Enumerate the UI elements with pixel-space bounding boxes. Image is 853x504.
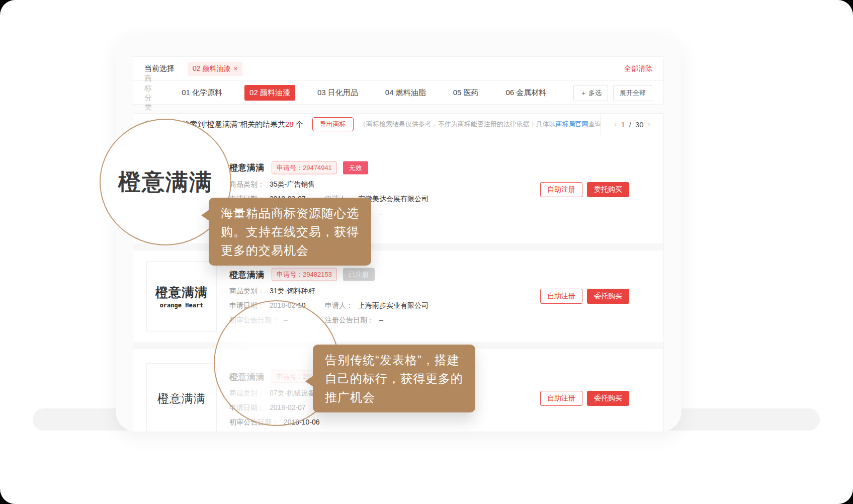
- trademark-image-text: 橙意满满: [155, 284, 208, 301]
- page-background: 当前选择 02 颜料油漆 × 全部清除 商标分类 01 化学原料 02 颜料油漆…: [0, 0, 853, 504]
- tooltip-arrow-icon: [305, 376, 313, 387]
- tooltip-line: 购。支持在线交易，获得: [221, 222, 359, 241]
- category-row: 商标分类 01 化学原料 02 颜料油漆 03 日化用品 04 燃料油脂 05 …: [133, 81, 663, 105]
- results-count: 28: [285, 120, 294, 128]
- tooltip-line: 更多的交易机会: [221, 241, 359, 260]
- trademark-office-link[interactable]: 商标局官网: [556, 120, 588, 128]
- category-row-label: 商标分类: [144, 74, 158, 112]
- trademark-image: 橙意满满 orange Heart: [146, 261, 217, 331]
- category-label: 商品类别：: [229, 180, 265, 189]
- category-item-01[interactable]: 01 化学原料: [177, 85, 227, 101]
- selected-filter-tag[interactable]: 02 颜料油漆 ×: [188, 62, 242, 76]
- applicant-label: 申请人：: [325, 301, 353, 310]
- results-disclaimer: （商标检索结果仅供参考，不作为商标能否注册的法律依据；具体以商标局官网查询为准。…: [360, 120, 601, 129]
- self-register-button[interactable]: 自助注册: [540, 391, 582, 406]
- entrust-purchase-button[interactable]: 委托购买: [587, 182, 629, 197]
- application-number-badge: 申请号：29482153: [272, 268, 337, 281]
- status-badge: 无效: [343, 161, 368, 174]
- multi-select-button[interactable]: ＋ 多选: [573, 85, 608, 101]
- tooltip-line: 自己的标行，获得更多的: [325, 369, 463, 388]
- tooltip-arrow-icon: [201, 210, 209, 221]
- trademark-image: 橙意满满: [146, 363, 217, 432]
- tooltip-promotion: 告别传统“发表格”，搭建 自己的标行，获得更多的 推广机会: [313, 345, 475, 412]
- page-separator: /: [629, 120, 631, 129]
- current-selection-label: 当前选择: [144, 64, 175, 73]
- entrust-purchase-button[interactable]: 委托购买: [587, 391, 629, 406]
- tooltip-line: 推广机会: [325, 388, 463, 406]
- results-summary-suffix: 个: [294, 120, 303, 128]
- results-header: 当前分类下检索到“橙意满满”相关的结果共28 个 导出商标 （商标检索结果仅供参…: [133, 114, 663, 135]
- selected-filter-tag-label: 02 颜料油漆: [193, 64, 230, 73]
- clear-all-button[interactable]: 全部清除: [624, 64, 652, 73]
- registration-publication-value: –: [379, 209, 383, 218]
- trademark-title: 橙意满满: [229, 269, 265, 280]
- expand-all-button[interactable]: 展开全部: [613, 85, 652, 101]
- category-item-04[interactable]: 04 燃料油脂: [380, 85, 431, 101]
- tag-close-icon[interactable]: ×: [233, 65, 237, 72]
- disclaimer-prefix: （商标检索结果仅供参考，不作为商标能否注册的法律依据；具体以: [360, 120, 556, 128]
- tooltip-line: 海量精品商标资源随心选: [221, 204, 359, 222]
- export-trademarks-button[interactable]: 导出商标: [312, 117, 354, 131]
- disclaimer-suffix: 查询为准。）: [588, 120, 601, 128]
- registration-publication-label: 注册公告日期：: [325, 316, 374, 325]
- category-label: 商品类别：: [229, 287, 265, 296]
- tooltip-marketplace: 海量精品商标资源随心选 购。支持在线交易，获得 更多的交易机会: [209, 198, 371, 266]
- trademark-title: 橙意满满: [229, 162, 265, 174]
- category-value: 35类-广告销售: [270, 180, 315, 189]
- status-badge: 已注册: [343, 268, 375, 281]
- pagination: ‹ 1 / 30 ›: [601, 114, 663, 135]
- prev-page-icon[interactable]: ‹: [614, 120, 617, 129]
- category-item-03[interactable]: 03 日化用品: [312, 85, 363, 101]
- category-value: 31类-饲料种籽: [270, 287, 315, 296]
- category-item-06[interactable]: 06 金属材料: [501, 85, 552, 101]
- magnified-trademark-text: 橙意满满: [118, 167, 213, 197]
- entrust-purchase-button[interactable]: 委托购买: [587, 289, 629, 304]
- total-pages: 30: [635, 120, 644, 129]
- next-page-icon[interactable]: ›: [648, 120, 650, 129]
- filter-panel: 当前选择 02 颜料油漆 × 全部清除 商标分类 01 化学原料 02 颜料油漆…: [133, 56, 664, 105]
- current-page: 1: [621, 120, 625, 129]
- tooltip-line: 告别传统“发表格”，搭建: [325, 351, 463, 369]
- trademark-image-subtext: orange Heart: [160, 302, 204, 309]
- self-register-button[interactable]: 自助注册: [540, 289, 582, 304]
- applicant-value: 上海雨步实业有限公司: [358, 301, 429, 310]
- category-item-02[interactable]: 02 颜料油漆: [244, 85, 295, 101]
- registration-publication-value: –: [379, 316, 383, 325]
- category-item-05[interactable]: 05 医药: [448, 85, 484, 101]
- trademark-image-text: 橙意满满: [157, 391, 206, 406]
- current-selection-row: 当前选择 02 颜料油漆 × 全部清除: [133, 57, 663, 81]
- application-number-badge: 申请号：29474941: [272, 161, 337, 174]
- self-register-button[interactable]: 自助注册: [540, 182, 582, 197]
